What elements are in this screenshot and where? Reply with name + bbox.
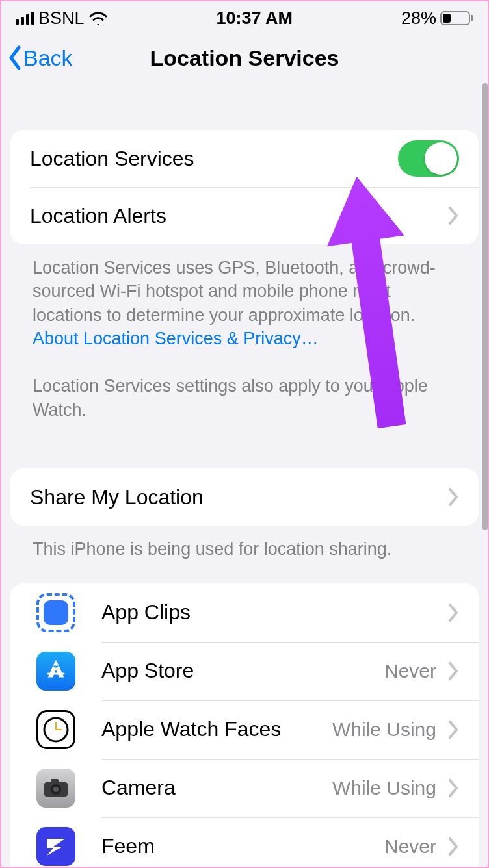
battery-icon: [440, 11, 473, 25]
app-row-appclips[interactable]: App Clips: [10, 583, 479, 642]
footer-text-1: Location Services uses GPS, Bluetooth, a…: [10, 244, 479, 439]
about-privacy-link[interactable]: About Location Services & Privacy…: [33, 329, 319, 348]
camera-icon: [10, 769, 101, 808]
app-status-label: While Using: [332, 719, 436, 741]
cellular-signal-icon: [16, 12, 34, 25]
chevron-right-icon: [448, 487, 459, 507]
status-bar: BSNL 10:37 AM 28%: [0, 0, 489, 32]
watch-icon: [10, 710, 101, 749]
status-time: 10:37 AM: [216, 8, 293, 29]
app-name-label: Apple Watch Faces: [101, 717, 332, 741]
app-name-label: Camera: [101, 776, 332, 800]
back-button[interactable]: Back: [8, 45, 73, 71]
settings-group-share: Share My Location: [10, 468, 479, 526]
app-name-label: Feem: [101, 834, 384, 858]
app-row-camera[interactable]: CameraWhile Using: [10, 759, 479, 817]
app-row-appstore[interactable]: App StoreNever: [10, 642, 479, 700]
footer-text-2: This iPhone is being used for location s…: [10, 526, 479, 578]
app-row-watch[interactable]: Apple Watch FacesWhile Using: [10, 700, 479, 759]
chevron-right-icon: [448, 206, 459, 225]
appstore-icon: [10, 652, 101, 691]
svg-rect-4: [51, 779, 59, 784]
app-status-label: While Using: [332, 777, 436, 799]
back-label: Back: [23, 45, 73, 71]
app-name-label: App Clips: [101, 600, 436, 624]
scroll-indicator[interactable]: [482, 83, 488, 530]
chevron-right-icon: [448, 720, 459, 739]
location-alerts-label: Location Alerts: [30, 204, 448, 228]
location-services-toggle[interactable]: [398, 140, 459, 177]
app-status-label: Never: [384, 660, 436, 682]
settings-group-apps: App ClipsApp StoreNeverApple Watch Faces…: [10, 583, 479, 869]
chevron-right-icon: [448, 603, 459, 622]
app-name-label: App Store: [101, 659, 384, 683]
svg-point-6: [53, 787, 59, 792]
nav-bar: Back Location Services: [0, 32, 489, 83]
app-row-feem[interactable]: FeemNever: [10, 817, 479, 869]
chevron-right-icon: [448, 778, 459, 798]
chevron-left-icon: [8, 45, 22, 70]
appclips-icon: [10, 593, 101, 632]
page-title: Location Services: [0, 45, 489, 71]
app-status-label: Never: [384, 836, 436, 858]
location-alerts-cell[interactable]: Location Alerts: [10, 187, 479, 244]
location-services-label: Location Services: [30, 147, 398, 171]
carrier-label: BSNL: [38, 8, 85, 29]
chevron-right-icon: [448, 837, 459, 856]
share-my-location-cell[interactable]: Share My Location: [10, 468, 479, 526]
location-services-cell[interactable]: Location Services: [10, 130, 479, 187]
settings-group-main: Location Services Location Alerts: [10, 130, 479, 244]
feem-icon: [10, 827, 101, 866]
chevron-right-icon: [448, 661, 459, 681]
battery-percentage: 28%: [401, 8, 436, 29]
wifi-icon: [88, 11, 108, 25]
share-my-location-label: Share My Location: [30, 485, 448, 509]
